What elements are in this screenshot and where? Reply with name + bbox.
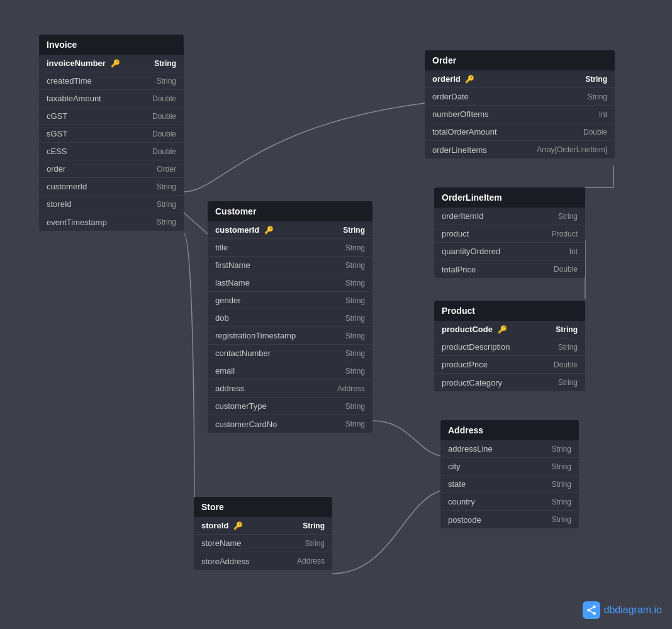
field-storeId: storeId String [39,196,184,213]
entity-invoice-header: Invoice [39,35,184,55]
entity-product-header: Product [434,301,585,321]
field-addressLine: addressLine String [440,440,579,458]
key-icon-product: 🔑 [498,325,507,334]
field-postcode: postcode String [440,511,579,528]
field-numberOfItems: numberOfItems Int [425,106,615,123]
field-quantityOrdered: quantityOrdered Int [434,243,585,260]
branding-text: dbdiagram.io [604,604,663,616]
entity-orderlineitem: OrderLineItem orderItemId String product… [434,187,585,278]
field-lastName: lastName String [208,274,372,292]
field-productCategory: productCategory String [434,374,585,391]
svg-line-3 [590,611,593,613]
field-taxableAmount: taxableAmount Double [39,90,184,108]
field-sGST: sGST Double [39,125,184,143]
connector-store-address [332,491,440,574]
field-orderItemId: orderItemId String [434,208,585,225]
field-gender: gender String [208,292,372,309]
branding-icon [583,601,600,619]
field-email: email String [208,362,372,380]
field-cESS: cESS Double [39,143,184,160]
field-dob: dob String [208,309,372,327]
entity-invoice: Invoice invoiceNumber 🔑 String createdTi… [39,35,184,231]
field-customerId-pk: customerId 🔑 String [208,221,372,239]
field-city: city String [440,458,579,476]
field-productCode: productCode 🔑 String [434,321,585,338]
key-icon-store: 🔑 [233,521,243,530]
field-orderDate: orderDate String [425,88,615,106]
entity-address-header: Address [440,420,579,440]
field-contactNumber: contactNumber String [208,345,372,362]
connector-order-lineitem [585,165,613,187]
field-storeId-pk: storeId 🔑 String [194,517,332,535]
entity-customer-header: Customer [208,201,372,221]
connector-invoice-customer [184,213,208,234]
field-address: address Address [208,380,372,398]
field-productPrice: productPrice Double [434,356,585,374]
field-state: state String [440,476,579,493]
field-customerId: customerId String [39,178,184,196]
field-cGST: cGST Double [39,108,184,125]
entity-store: Store storeId 🔑 String storeName String … [194,497,332,570]
field-orderId: orderId 🔑 String [425,70,615,88]
field-product: product Product [434,225,585,243]
field-storeAddress: storeAddress Address [194,552,332,570]
field-customerCardNo: customerCardNo String [208,415,372,433]
entity-order: Order orderId 🔑 String orderDate String … [425,50,615,159]
connector-customer-address [372,421,440,456]
connector-invoice-store [184,233,194,533]
field-totalOrderAmount: totalOrderAmount Double [425,123,615,141]
key-icon-order: 🔑 [465,75,474,84]
entity-order-header: Order [425,50,615,70]
entity-address: Address addressLine String city String s… [440,420,579,528]
branding: dbdiagram.io [583,601,663,619]
entity-customer: Customer customerId 🔑 String title Strin… [208,201,372,433]
field-productDescription: productDescription String [434,338,585,356]
svg-line-4 [590,608,593,610]
key-icon: 🔑 [111,59,120,68]
field-firstName: firstName String [208,257,372,274]
connector-invoice-order [184,103,425,192]
field-country: country String [440,493,579,511]
field-registrationTimestamp: registrationTimestamp String [208,327,372,345]
entity-store-header: Store [194,497,332,517]
field-title: title String [208,239,372,257]
field-order: order Order [39,160,184,178]
key-icon-customer: 🔑 [264,226,274,235]
field-totalPrice: totalPrice Double [434,260,585,278]
field-customerType: customerType String [208,398,372,415]
field-invoiceNumber: invoiceNumber 🔑 String [39,55,184,72]
entity-orderlineitem-header: OrderLineItem [434,187,585,208]
field-createdTime: createdTime String [39,72,184,90]
entity-product: Product productCode 🔑 String productDesc… [434,301,585,391]
svg-point-0 [593,606,596,609]
field-orderLineItems: orderLineItems Array[OrderLineItem] [425,141,615,159]
field-eventTimestamp: eventTimestamp String [39,213,184,231]
svg-point-1 [587,609,590,612]
field-storeName: storeName String [194,535,332,552]
svg-point-2 [593,612,596,615]
